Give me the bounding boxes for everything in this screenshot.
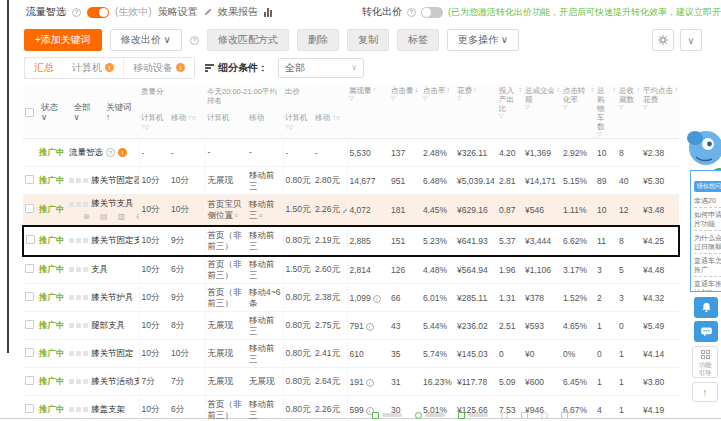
column-header-点击量[interactable]: 点击量↓▽ (389, 84, 421, 139)
add-keyword-button[interactable]: +添加关键词 (24, 29, 102, 51)
row-checkbox[interactable] (25, 204, 34, 213)
column-header-点击转化率[interactable]: 点击转化率↑▽ (561, 84, 595, 139)
delete-button[interactable]: 删除 (297, 29, 339, 51)
modify-bid-button[interactable]: 修改出价 ∨ (110, 29, 182, 51)
help-icon[interactable]: ? (190, 36, 199, 45)
sort-icon[interactable]: ↑ (637, 86, 641, 104)
sort-icon[interactable]: ↑ (613, 86, 617, 131)
cell-ctr: 5.23% (421, 226, 455, 256)
rank-settings-icon[interactable]: ≡ (259, 212, 263, 219)
column-header-点击率[interactable]: 点击率↑▽ (421, 84, 455, 139)
chevron-down-icon[interactable]: ∨ (680, 29, 702, 51)
filter-funnel-icon[interactable]: ▽ (423, 95, 454, 102)
row-checkbox[interactable] (25, 376, 34, 385)
info-icon[interactable]: i (373, 295, 381, 303)
filter-funnel-icon[interactable]: ▽ (563, 104, 594, 111)
cell-q_mb: 10分 (169, 195, 205, 226)
quality-mobile-header[interactable]: 移动 ↑▽ (169, 111, 205, 138)
faq-link[interactable]: 直通车推广计划? (694, 277, 721, 292)
column-header-投入产出比[interactable]: 投入产出比↑▽ (497, 84, 523, 139)
tab-汇总[interactable]: 汇总 (24, 57, 64, 79)
filter-funnel-icon[interactable]: ▽ (525, 104, 560, 111)
keyword-sort-header[interactable]: 关键词 ↑ (106, 102, 138, 122)
sort-icon[interactable]: ↑ (447, 86, 451, 95)
bid-mobile-header[interactable]: 移动 ↑▽ (313, 111, 347, 138)
legend-item[interactable] (372, 412, 402, 419)
faq-link[interactable]: 直通车怎么推广 (694, 254, 721, 277)
row-checkbox[interactable] (25, 320, 34, 329)
cell-impr: 5,530 (347, 139, 389, 167)
legend-item[interactable] (415, 412, 445, 419)
help-icon[interactable]: ? (106, 148, 115, 157)
quality-pc-header[interactable]: 计算机 ↑▽ (139, 111, 169, 138)
filter-select[interactable]: 全部∨ (278, 58, 364, 78)
sort-icon[interactable]: ↓ (415, 86, 419, 95)
sort-icon[interactable]: ↑ (557, 86, 561, 104)
sort-icon[interactable]: ↑ (473, 86, 477, 95)
filter-funnel-icon[interactable]: ▽ (619, 104, 640, 111)
row-checkbox[interactable] (25, 292, 34, 301)
tab-计算机[interactable]: 计算机! (63, 58, 124, 78)
back-to-top-button[interactable]: ↑ (692, 382, 718, 402)
sort-icon[interactable]: ↑ (373, 86, 377, 95)
tag-button[interactable]: 标签 (397, 29, 439, 51)
keyword-action-icons[interactable]: ⊕ ▤ ▥ ⊖ (83, 212, 138, 221)
conversion-bid-toggle[interactable] (421, 7, 443, 18)
legend-item[interactable] (458, 412, 488, 419)
cell-q_pc: 7分 (139, 368, 169, 396)
help-icon[interactable]: ? (407, 8, 416, 17)
cell-rank_mb: 移动前三 (247, 396, 283, 421)
select-all-checkbox[interactable] (25, 108, 34, 117)
modify-match-button[interactable]: 修改匹配方式 (207, 29, 289, 51)
column-header-总购物车数[interactable]: 总购物车数↑▽ (595, 84, 617, 139)
effect-report-link[interactable]: 效果报告 (218, 5, 258, 19)
info-icon[interactable]: i (366, 323, 374, 331)
column-header-花费[interactable]: 花费↑▽ (455, 84, 497, 139)
rank-settings-icon[interactable]: ≡ (234, 212, 238, 219)
sort-icon[interactable]: ↑ (591, 86, 595, 104)
filter-funnel-icon[interactable]: ▽ (643, 104, 678, 111)
edit-pencil-icon[interactable] (204, 8, 211, 15)
more-actions-button[interactable]: 更多操作 ∨ (447, 29, 519, 51)
row-checkbox[interactable] (25, 264, 34, 273)
cell-q_mb: 8分 (169, 312, 205, 340)
feature-guide-button[interactable]: 功能引导 (692, 346, 718, 378)
cell-ctr: 5.44% (421, 312, 455, 340)
faq-link[interactable]: 幸遇20 (694, 194, 721, 208)
tab-移动设备[interactable]: 移动设备! (124, 58, 194, 78)
edit-pencil-icon[interactable] (342, 208, 347, 214)
status-filter[interactable]: 状态 ∨ (41, 102, 67, 122)
cell-rank_mb: 移动前三 (247, 226, 283, 256)
faq-link[interactable]: 如何申请图片功能 (694, 208, 721, 231)
cell-bid_mb[interactable]: 2.26元 (313, 195, 347, 226)
sort-icon[interactable]: ↑ (519, 86, 523, 113)
cell-bid_pc[interactable]: 1.50元 (283, 195, 313, 226)
faq-link[interactable]: 为什么会超过日限额 (694, 231, 721, 254)
chat-icon[interactable] (694, 321, 718, 342)
plan-toggle[interactable] (87, 7, 109, 18)
column-header-总收藏数[interactable]: 总收藏数↑▽ (617, 84, 641, 139)
row-checkbox[interactable] (25, 348, 34, 357)
column-header-总成交金额[interactable]: 总成交金额↑▽ (523, 84, 561, 139)
gear-icon[interactable] (652, 29, 674, 51)
scope-filter[interactable]: 全部 ∨ (74, 102, 100, 122)
copy-button[interactable]: 复制 (347, 29, 389, 51)
filter-funnel-icon[interactable]: ▽ (391, 95, 420, 102)
row-checkbox[interactable] (26, 235, 35, 244)
bell-icon[interactable] (694, 297, 718, 318)
info-icon[interactable]: i (366, 379, 374, 387)
column-header-平均点击花费[interactable]: 平均点击花费↑▽ (641, 84, 679, 139)
filter-funnel-icon[interactable]: ▽ (597, 131, 616, 138)
help-icon[interactable]: ? (72, 8, 81, 17)
column-label: 展现量 (349, 86, 372, 95)
row-checkbox[interactable] (25, 404, 34, 413)
bid-pc-header[interactable]: 计算机 ↑▽ (283, 111, 313, 138)
sort-icon[interactable]: ↑ (675, 86, 679, 104)
bar-chart-icon[interactable] (264, 8, 272, 17)
column-header-展现量[interactable]: 展现量↑▽ (347, 84, 389, 139)
row-checkbox[interactable] (25, 175, 34, 184)
strategy-settings-link[interactable]: 策略设置 (158, 5, 198, 19)
filter-funnel-icon[interactable]: ▽ (349, 95, 388, 102)
filter-funnel-icon[interactable]: ▽ (457, 95, 496, 102)
filter-funnel-icon[interactable]: ▽ (499, 113, 522, 120)
